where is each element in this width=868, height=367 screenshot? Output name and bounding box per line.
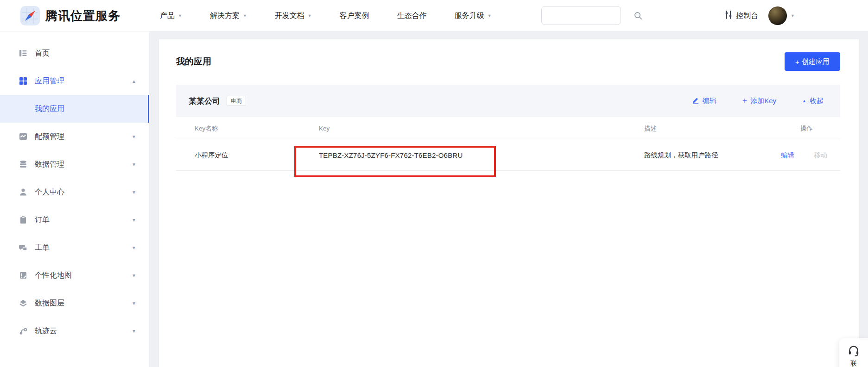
nav-item-cases[interactable]: 客户案例 — [340, 11, 369, 21]
nav-label: 解决方案 — [210, 11, 240, 21]
sidebar-item-label: 个性化地图 — [35, 271, 72, 280]
nav-label: 开发文档 — [275, 11, 304, 21]
chevron-down-icon: ▼ — [178, 14, 182, 18]
grid-icon — [19, 76, 28, 86]
sidebar-item-label: 应用管理 — [35, 76, 64, 86]
chevron-down-icon[interactable]: ▼ — [132, 134, 136, 139]
sidebar-item-label: 首页 — [35, 49, 50, 58]
chevron-up-icon: ▲ — [802, 99, 806, 103]
create-app-button[interactable]: + 创建应用 — [785, 52, 840, 71]
sidebar-item-custom-map[interactable]: 个性化地图 ▼ — [0, 261, 149, 289]
key-table-row: 小程序定位 TEPBZ-XZ76J-5ZYF6-FX762-T6EB2-O6BR… — [176, 140, 840, 171]
edit-key-link[interactable]: 编辑 — [781, 151, 794, 160]
sidebar-item-label: 工单 — [35, 243, 50, 253]
search-input[interactable] — [542, 6, 634, 25]
chat-bubbles-icon — [19, 243, 28, 252]
nav-item-solutions[interactable]: 解决方案 ▼ — [210, 11, 247, 21]
customer-service-label: 联 — [850, 360, 857, 367]
column-header-key: Key — [319, 125, 644, 132]
column-header-key-name: Key名称 — [195, 124, 319, 133]
pencil-icon — [692, 96, 699, 106]
main-content: 我的应用 + 创建应用 某某公司 电商 编辑 — [159, 39, 859, 367]
collapse-label: 收起 — [810, 97, 824, 106]
sidebar-item-data-management[interactable]: 数据管理 ▼ — [0, 150, 149, 178]
chevron-down-icon: ▼ — [243, 14, 247, 18]
chevron-down-icon[interactable]: ▼ — [132, 273, 136, 278]
column-header-operations: 操作 — [781, 124, 840, 133]
chevron-up-icon[interactable]: ▲ — [132, 79, 136, 84]
sidebar-item-label: 配额管理 — [35, 132, 64, 142]
chevron-down-icon[interactable]: ▼ — [132, 301, 136, 306]
sidebar-item-label: 个人中心 — [35, 187, 64, 197]
sidebar-item-label: 我的应用 — [35, 104, 64, 114]
key-description-cell: 路线规划，获取用户路径 — [644, 151, 781, 160]
sidebar-item-work-orders[interactable]: 工单 ▼ — [0, 234, 149, 261]
chevron-down-icon: ▼ — [308, 14, 312, 18]
chevron-down-icon[interactable]: ▼ — [132, 218, 136, 223]
create-app-label: 创建应用 — [802, 57, 830, 66]
customer-service-widget[interactable]: 联 — [839, 338, 868, 367]
sidebar-item-quota[interactable]: 配额管理 ▼ — [0, 123, 149, 150]
console-link[interactable]: 控制台 — [724, 0, 758, 31]
key-value-cell: TEPBZ-XZ76J-5ZYF6-FX762-T6EB2-O6BRU — [319, 151, 644, 159]
sidebar-item-label: 轨迹云 — [35, 326, 57, 336]
column-header-description: 描述 — [644, 124, 781, 133]
headset-icon — [848, 344, 860, 358]
top-nav: 产品 ▼ 解决方案 ▼ 开发文档 ▼ 客户案例 生态合作 服务升级 ▼ — [160, 0, 492, 31]
key-name-cell: 小程序定位 — [195, 151, 319, 160]
sidebar-item-app-management[interactable]: 应用管理 ▲ — [0, 67, 149, 95]
user-avatar[interactable] — [768, 6, 787, 25]
search-box[interactable] — [541, 6, 621, 25]
sidebar-item-personal-center[interactable]: 个人中心 ▼ — [0, 178, 149, 206]
compass-logo-icon — [20, 6, 40, 25]
clipboard-icon — [19, 215, 28, 224]
key-table-header: Key名称 Key 描述 操作 — [176, 117, 840, 140]
sidebar-item-orders[interactable]: 订单 ▼ — [0, 206, 149, 234]
chevron-down-icon[interactable]: ▼ — [132, 190, 136, 195]
page-title: 我的应用 — [176, 52, 211, 71]
sidebar-item-my-apps[interactable]: 我的应用 — [0, 95, 149, 123]
add-key-link[interactable]: + 添加Key — [742, 97, 776, 106]
nav-label: 服务升级 — [455, 11, 484, 21]
layers-icon — [19, 299, 28, 308]
sidebar-item-label: 数据管理 — [35, 160, 64, 169]
chevron-down-icon[interactable]: ▼ — [132, 329, 136, 334]
logo-text: 腾讯位置服务 — [45, 0, 120, 31]
chevron-down-icon[interactable]: ▼ — [132, 245, 136, 250]
nav-item-upgrade[interactable]: 服务升级 ▼ — [455, 11, 492, 21]
app-card-header: 某某公司 电商 编辑 + 添加Key ▲ — [176, 85, 840, 117]
sidebar-item-track-cloud[interactable]: 轨迹云 ▼ — [0, 317, 149, 345]
add-key-label: 添加Key — [750, 97, 776, 106]
sidebar-item-data-layers[interactable]: 数据图层 ▼ — [0, 289, 149, 317]
database-icon — [19, 160, 28, 169]
plus-icon: + — [795, 58, 799, 66]
chevron-down-icon: ▼ — [488, 14, 492, 18]
chart-icon — [19, 132, 28, 141]
nav-label: 生态合作 — [397, 11, 427, 21]
top-header: 腾讯位置服务 产品 ▼ 解决方案 ▼ 开发文档 ▼ 客户案例 生态合作 服务升级… — [0, 0, 868, 31]
sidebar-item-label: 数据图层 — [35, 299, 64, 308]
console-label: 控制台 — [736, 11, 758, 21]
edit-app-label: 编辑 — [703, 97, 716, 106]
sidebar: 首页 应用管理 ▲ 我的应用 配额管理 ▼ — [0, 31, 149, 367]
edit-app-link[interactable]: 编辑 — [692, 96, 716, 106]
nav-item-ecosystem[interactable]: 生态合作 — [397, 11, 427, 21]
app-name: 某某公司 — [189, 96, 220, 106]
sliders-icon — [724, 10, 733, 21]
nav-item-products[interactable]: 产品 ▼ — [160, 11, 182, 21]
plus-icon: + — [742, 97, 748, 105]
chevron-down-icon[interactable]: ▼ — [791, 14, 795, 18]
map-icon — [19, 271, 28, 280]
nav-item-docs[interactable]: 开发文档 ▼ — [275, 11, 312, 21]
sidebar-item-label: 订单 — [35, 215, 50, 225]
sidebar-item-home[interactable]: 首页 — [0, 39, 149, 67]
collapse-link[interactable]: ▲ 收起 — [802, 97, 824, 106]
chevron-down-icon[interactable]: ▼ — [132, 162, 136, 167]
search-icon[interactable] — [634, 12, 642, 20]
app-category-tag: 电商 — [227, 96, 246, 106]
move-key-link[interactable]: 移动 — [814, 151, 827, 160]
user-icon — [19, 187, 28, 197]
home-icon — [19, 49, 28, 58]
track-route-icon — [19, 326, 28, 336]
app-card: 某某公司 电商 编辑 + 添加Key ▲ — [176, 85, 840, 171]
